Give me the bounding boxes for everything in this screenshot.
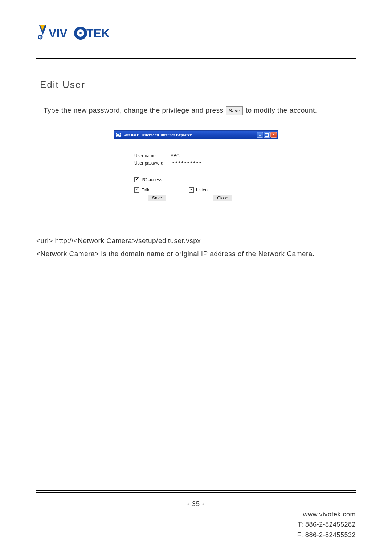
svg-point-3 bbox=[40, 37, 41, 38]
dialog-titlebar: Edit user - Microsoft Internet Explorer bbox=[114, 131, 278, 139]
maximize-button[interactable] bbox=[264, 132, 270, 138]
username-label: User name bbox=[134, 153, 171, 158]
save-button-inline-illustration: Save bbox=[226, 106, 243, 116]
svg-point-6 bbox=[79, 32, 82, 34]
window-controls bbox=[257, 132, 277, 138]
footer-fax: F: 886-2-82455532 bbox=[297, 530, 356, 540]
instruction-text: Type the new password, change the privil… bbox=[44, 105, 356, 116]
instruction-pre: Type the new password, change the privil… bbox=[44, 106, 225, 114]
footer-site: www.vivotek.com bbox=[297, 509, 356, 520]
edit-user-dialog: Edit user - Microsoft Internet Explorer … bbox=[114, 130, 278, 223]
below-text-block: <url> http://<Network Camera>/setup/edit… bbox=[36, 234, 356, 260]
minimize-button[interactable] bbox=[257, 132, 263, 138]
save-button[interactable]: Save bbox=[148, 195, 166, 201]
talk-label: Talk bbox=[142, 187, 149, 193]
divider-bottom bbox=[36, 490, 356, 493]
username-value: ABC bbox=[171, 153, 180, 158]
ie-favicon-icon bbox=[116, 132, 121, 137]
talk-checkbox[interactable] bbox=[134, 187, 139, 193]
dialog-title: Edit user - Microsoft Internet Explorer bbox=[122, 133, 192, 137]
url-line: <url> http://<Network Camera>/setup/edit… bbox=[36, 234, 356, 247]
instruction-post: to modify the account. bbox=[244, 106, 317, 114]
listen-label: Listen bbox=[196, 187, 208, 193]
close-button[interactable]: Close bbox=[213, 195, 232, 201]
footer-tel: T: 886-2-82455282 bbox=[297, 519, 356, 530]
svg-text:VIV: VIV bbox=[49, 27, 68, 40]
password-label: User password bbox=[134, 161, 171, 166]
page-number: - 35 - bbox=[0, 500, 392, 508]
io-access-checkbox[interactable] bbox=[134, 177, 139, 182]
close-window-button[interactable] bbox=[270, 132, 277, 138]
divider-top bbox=[36, 58, 356, 61]
io-access-label: I/O access bbox=[142, 177, 162, 182]
listen-checkbox[interactable] bbox=[189, 187, 194, 193]
brand-logo: VIV TEK bbox=[36, 22, 356, 44]
svg-text:TEK: TEK bbox=[86, 27, 110, 40]
section-title: Edit User bbox=[40, 79, 356, 90]
desc-line: <Network Camera> is the domain name or o… bbox=[36, 247, 356, 260]
password-input[interactable] bbox=[171, 160, 232, 166]
footer-contact: www.vivotek.com T: 886-2-82455282 F: 886… bbox=[297, 509, 356, 540]
